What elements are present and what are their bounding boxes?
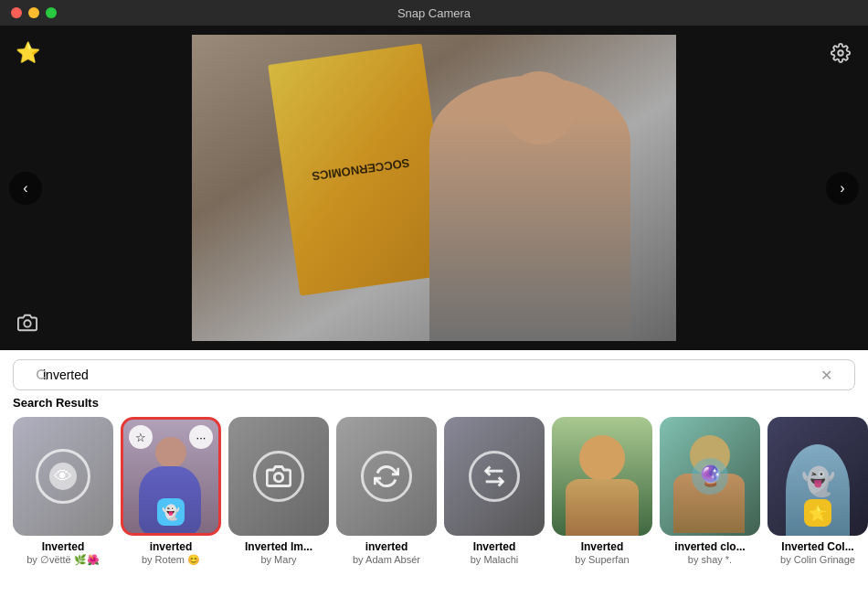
maximize-button[interactable] (46, 7, 57, 18)
lens-thumbnail[interactable] (552, 417, 652, 536)
camera-icon (17, 313, 37, 333)
lens-author: by shay *. (688, 554, 732, 565)
list-item[interactable]: inverted by Adam Absér (336, 417, 437, 566)
lens-thumbnail-selected[interactable]: ☆ ··· 👻 (121, 417, 221, 536)
lens-name: Inverted Im... (245, 540, 312, 553)
app-title: Snap Camera (397, 6, 471, 20)
lenses-row: 👁 Inverted by ∅vëttë 🌿🌺 ☆ ··· 👻 (0, 417, 868, 566)
svg-point-0 (838, 50, 843, 56)
svg-point-4 (274, 474, 282, 482)
lens-author: by Superfan (575, 554, 629, 565)
lens-thumbnail[interactable] (444, 417, 545, 536)
favorites-button[interactable]: ⭐ (13, 38, 42, 68)
lens-name: Inverted (42, 540, 85, 553)
star-icon: ⭐ (16, 41, 40, 65)
list-item[interactable]: 👻 ⭐ Inverted Col... by Colin Grinage (767, 417, 868, 566)
lens-thumbnail[interactable]: 🔮 (660, 417, 760, 536)
search-icon (36, 368, 48, 381)
camera-feed: SOCCERNOMICS (192, 35, 676, 341)
refresh-icon (374, 464, 399, 489)
chevron-left-icon: ‹ (23, 180, 27, 197)
minimize-button[interactable] (28, 7, 39, 18)
next-lens-button[interactable]: › (826, 172, 859, 205)
camera-refresh-icon (266, 464, 291, 489)
title-bar: Snap Camera (0, 0, 868, 26)
prev-lens-button[interactable]: ‹ (9, 172, 42, 205)
search-results-label: Search Results (0, 396, 868, 417)
gear-icon (831, 43, 851, 63)
lens-author: by Rotem 😊 (142, 554, 200, 566)
lens-author: by ∅vëttë 🌿🌺 (26, 554, 100, 566)
lens-name: Inverted (581, 540, 624, 553)
svg-point-2 (37, 370, 46, 378)
lens-name: inverted (150, 540, 193, 553)
traffic-lights (11, 7, 57, 18)
list-item[interactable]: Inverted by Malachi (444, 417, 545, 566)
lens-thumbnail[interactable] (228, 417, 329, 536)
svg-point-1 (24, 320, 30, 326)
search-clear-button[interactable]: ✕ (820, 367, 832, 384)
lens-author: by Adam Absér (353, 554, 420, 565)
settings-button[interactable] (826, 38, 855, 68)
swap-icon (482, 464, 507, 489)
search-bar-container: ✕ (13, 359, 855, 390)
lens-name: Inverted Col... (781, 540, 853, 553)
list-item[interactable]: Inverted Im... by Mary (228, 417, 329, 566)
close-button[interactable] (11, 7, 22, 18)
lens-name: Inverted (473, 540, 516, 553)
list-item[interactable]: 🔮 inverted clo... by shay *. (660, 417, 760, 566)
svg-line-3 (45, 378, 48, 380)
capture-button[interactable] (13, 308, 42, 337)
lens-name: inverted clo... (674, 540, 745, 553)
list-item[interactable]: Inverted by Superfan (552, 417, 652, 566)
chevron-right-icon: › (840, 180, 844, 197)
list-item[interactable]: 👁 Inverted by ∅vëttë 🌿🌺 (13, 417, 113, 566)
lens-author: by Colin Grinage (780, 554, 855, 565)
search-input[interactable] (43, 368, 823, 382)
lens-author: by Mary (260, 554, 296, 565)
lens-name: inverted (365, 540, 408, 553)
lens-thumbnail[interactable]: 👁 (13, 417, 113, 536)
camera-area: ⭐ ‹ SOCCERNOMICS (0, 26, 868, 350)
bottom-panel: ✕ Search Results 👁 Inverted by ∅vëttë 🌿🌺… (0, 350, 868, 597)
list-item[interactable]: ☆ ··· 👻 inverted by Rotem 😊 (121, 417, 221, 566)
lens-author: by Malachi (471, 554, 519, 565)
search-bar-row: ✕ (0, 350, 868, 396)
lens-thumbnail[interactable] (336, 417, 437, 536)
lens-thumbnail[interactable]: 👻 ⭐ (767, 417, 868, 536)
